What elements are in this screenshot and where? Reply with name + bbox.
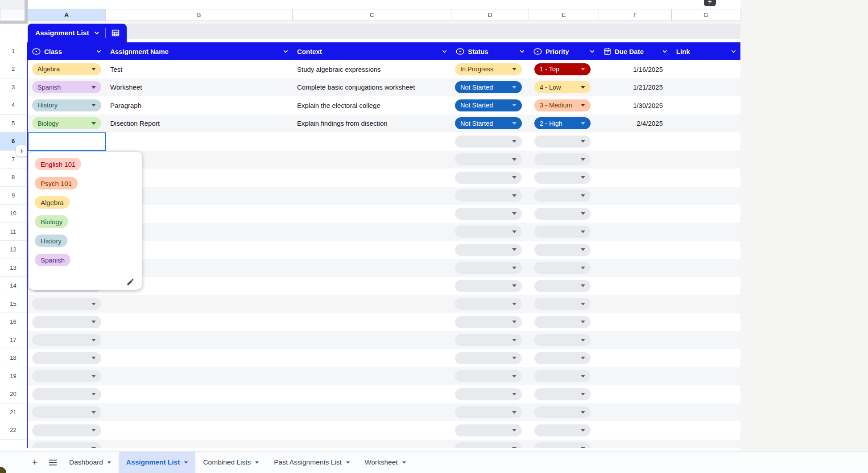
dropdown-option[interactable]: Psych 101 bbox=[35, 177, 142, 189]
class-chip[interactable]: Spanish bbox=[32, 81, 101, 93]
priority-cell[interactable] bbox=[529, 187, 599, 205]
dropdown-option[interactable]: Algebra bbox=[35, 196, 142, 209]
context-cell[interactable] bbox=[293, 421, 451, 440]
class-option-chip[interactable]: Psych 101 bbox=[35, 177, 78, 189]
link-cell[interactable] bbox=[672, 440, 740, 448]
context-cell[interactable]: Explain findings from disection bbox=[293, 115, 451, 133]
priority-cell[interactable] bbox=[529, 259, 599, 277]
link-cell[interactable] bbox=[672, 367, 740, 386]
row-header-19[interactable]: 19 bbox=[0, 367, 26, 386]
status-cell[interactable] bbox=[451, 349, 529, 367]
class-cell[interactable] bbox=[28, 385, 106, 403]
due-date-cell[interactable] bbox=[599, 187, 672, 205]
dropdown-option[interactable]: History bbox=[35, 234, 142, 247]
due-date-cell[interactable] bbox=[599, 223, 672, 241]
column-header-priority[interactable]: Priority bbox=[529, 42, 599, 60]
link-cell[interactable] bbox=[672, 241, 740, 259]
empty-dropdown-chip[interactable] bbox=[534, 370, 591, 382]
row-header-17[interactable]: 17 bbox=[0, 331, 26, 350]
empty-dropdown-chip[interactable] bbox=[455, 352, 522, 364]
column-header-status[interactable]: Status bbox=[451, 42, 529, 60]
chevron-down-icon[interactable] bbox=[255, 461, 259, 464]
priority-chip[interactable]: 3 - Medium bbox=[534, 99, 591, 111]
status-cell[interactable] bbox=[451, 259, 529, 277]
chevron-down-icon[interactable] bbox=[283, 49, 289, 54]
empty-dropdown-chip[interactable] bbox=[455, 298, 522, 310]
empty-dropdown-chip[interactable] bbox=[455, 442, 522, 448]
assignment-name-cell[interactable]: Test bbox=[106, 60, 293, 78]
context-cell[interactable] bbox=[293, 367, 451, 386]
empty-dropdown-chip[interactable] bbox=[455, 262, 522, 274]
due-date-cell[interactable] bbox=[599, 205, 672, 223]
empty-dropdown-chip[interactable] bbox=[455, 136, 522, 148]
due-date-cell[interactable] bbox=[599, 132, 672, 151]
link-cell[interactable] bbox=[672, 223, 740, 241]
link-cell[interactable] bbox=[672, 132, 740, 151]
priority-cell[interactable] bbox=[529, 421, 599, 440]
link-cell[interactable] bbox=[672, 151, 740, 169]
row-header-21[interactable]: 21 bbox=[0, 403, 26, 422]
status-cell[interactable] bbox=[451, 277, 529, 295]
sheet-tab-worksheet[interactable]: Worksheet bbox=[357, 452, 413, 473]
due-date-cell[interactable] bbox=[599, 385, 672, 403]
context-cell[interactable]: Study algebraic expressions bbox=[293, 60, 451, 78]
link-cell[interactable] bbox=[672, 78, 740, 97]
status-cell[interactable] bbox=[451, 440, 529, 448]
context-cell[interactable] bbox=[293, 259, 451, 277]
empty-dropdown-chip[interactable] bbox=[534, 442, 591, 448]
empty-dropdown-chip[interactable] bbox=[32, 406, 101, 418]
status-chip[interactable]: In Progress bbox=[455, 63, 522, 75]
link-cell[interactable] bbox=[672, 421, 740, 440]
link-cell[interactable] bbox=[672, 60, 740, 78]
link-cell[interactable] bbox=[672, 96, 740, 115]
empty-dropdown-chip[interactable] bbox=[534, 172, 591, 184]
assignment-name-cell[interactable] bbox=[106, 440, 293, 448]
link-cell[interactable] bbox=[672, 313, 740, 331]
due-date-cell[interactable] bbox=[599, 403, 672, 422]
sheet-tab-combined-lists[interactable]: Combined Lists bbox=[195, 452, 266, 473]
column-header-link[interactable]: Link bbox=[672, 42, 740, 60]
dropdown-option[interactable]: Spanish bbox=[35, 254, 142, 266]
priority-cell[interactable] bbox=[529, 151, 599, 169]
status-cell[interactable] bbox=[451, 132, 529, 151]
priority-chip[interactable]: 2 - High bbox=[534, 117, 591, 129]
row-header-11[interactable]: 11 bbox=[0, 223, 26, 241]
empty-dropdown-chip[interactable] bbox=[32, 352, 101, 364]
row-header-9[interactable]: 9 bbox=[0, 187, 26, 205]
table-grid-icon[interactable] bbox=[106, 28, 126, 38]
context-cell[interactable] bbox=[293, 403, 451, 422]
chevron-down-icon[interactable] bbox=[731, 49, 736, 54]
assignment-name-cell[interactable] bbox=[106, 349, 293, 367]
due-date-cell[interactable] bbox=[599, 313, 672, 331]
row-header-8[interactable]: 8 bbox=[0, 169, 26, 187]
empty-dropdown-chip[interactable] bbox=[534, 189, 591, 202]
priority-cell[interactable] bbox=[529, 169, 599, 187]
empty-dropdown-chip[interactable] bbox=[455, 406, 522, 418]
empty-dropdown-chip[interactable] bbox=[534, 226, 591, 238]
context-cell[interactable] bbox=[293, 151, 451, 169]
context-cell[interactable] bbox=[293, 223, 451, 241]
selected-cell-a6[interactable] bbox=[28, 132, 106, 151]
priority-cell[interactable] bbox=[529, 403, 599, 422]
empty-dropdown-chip[interactable] bbox=[534, 352, 591, 364]
link-cell[interactable] bbox=[672, 385, 740, 403]
dropdown-option[interactable]: Biology bbox=[35, 215, 142, 228]
assignment-name-cell[interactable]: Disection Report bbox=[106, 115, 293, 133]
row-header-14[interactable]: 14 bbox=[0, 277, 26, 295]
due-date-cell[interactable] bbox=[599, 277, 672, 295]
row-header-5[interactable]: 5 bbox=[0, 115, 26, 133]
class-option-chip[interactable]: Biology bbox=[35, 215, 68, 228]
chevron-down-icon[interactable] bbox=[184, 461, 188, 464]
select-all-corner[interactable] bbox=[0, 9, 25, 21]
priority-cell[interactable] bbox=[529, 223, 599, 241]
column-header-g[interactable]: G bbox=[672, 9, 740, 21]
row-header-18[interactable]: 18 bbox=[0, 349, 26, 367]
link-cell[interactable] bbox=[672, 331, 740, 350]
context-cell[interactable] bbox=[293, 313, 451, 331]
chevron-down-icon[interactable] bbox=[107, 461, 111, 464]
row-header-4[interactable]: 4 bbox=[0, 96, 26, 115]
add-column-button[interactable]: + bbox=[704, 0, 716, 6]
class-chip[interactable]: Algebra bbox=[32, 63, 101, 75]
priority-cell[interactable] bbox=[529, 349, 599, 367]
priority-cell[interactable] bbox=[529, 295, 599, 313]
